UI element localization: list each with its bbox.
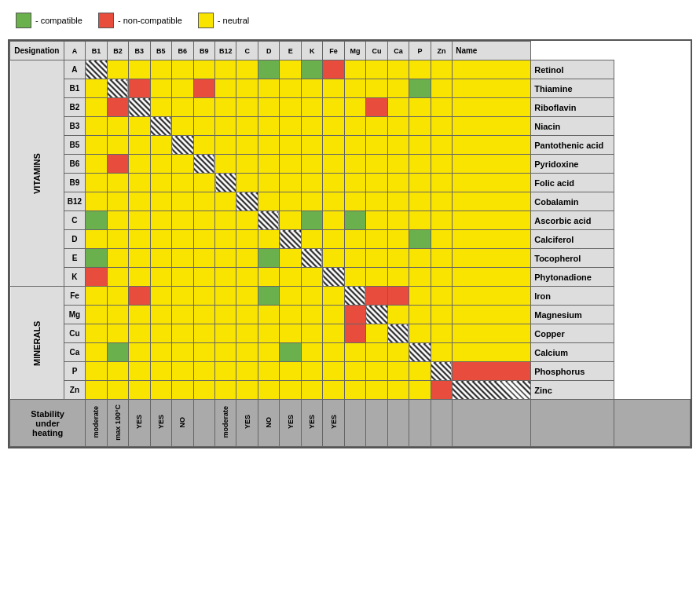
table-row: PPhosphorus [10, 362, 691, 381]
legend: - compatible - non-compatible - neutral [8, 8, 692, 33]
row-label-B5: B5 [64, 136, 85, 155]
cell-E-B3 [150, 249, 171, 268]
cell-Ca-Ca [409, 343, 431, 362]
cell-B2-Ca [409, 98, 431, 117]
cell-B6-Zn [453, 155, 531, 174]
cell-B2-B12 [236, 98, 258, 117]
row-name-A: Retinol [531, 60, 614, 79]
cell-A-B2 [129, 60, 150, 79]
table-row: B2Riboflavin [10, 98, 691, 117]
cell-Fe-Mg [366, 287, 387, 306]
row-label-Cu: Cu [64, 324, 85, 343]
cell-D-Ca [409, 230, 431, 249]
cell-B3-A [86, 117, 107, 136]
cell-B2-A [86, 98, 107, 117]
cell-A-B9 [215, 60, 236, 79]
cell-Cu-B3 [150, 324, 171, 343]
cell-C-Mg [366, 211, 387, 230]
cell-B5-B3 [150, 136, 171, 155]
cell-B2-B3 [150, 98, 171, 117]
col-header-C: C [236, 42, 258, 60]
cell-Zn-A [86, 381, 107, 400]
table-row: MINERALSFeIron [10, 287, 691, 306]
cell-B1-B3 [150, 79, 171, 98]
cell-Fe-D [280, 287, 301, 306]
cell-P-B6 [193, 362, 214, 381]
cell-B2-C [258, 98, 279, 117]
name-header: Name [453, 42, 531, 60]
cell-Ca-B12 [236, 343, 258, 362]
cell-B5-B2 [129, 136, 150, 155]
stability-cell-3: YES [150, 400, 171, 447]
cell-Mg-B6 [193, 306, 214, 324]
cell-K-P [431, 268, 452, 287]
cell-E-K [323, 249, 344, 268]
cell-P-E [301, 362, 322, 381]
cell-B5-B12 [236, 136, 258, 155]
cell-C-C [258, 211, 279, 230]
cell-B6-Fe [344, 155, 365, 174]
row-name-Ca: Calcium [531, 343, 614, 362]
col-header-Ca: Ca [387, 42, 409, 60]
cell-B6-B3 [150, 155, 171, 174]
cell-E-B12 [236, 249, 258, 268]
row-label-D: D [64, 230, 85, 249]
cell-Fe-C [258, 287, 279, 306]
col-header-A: A [64, 42, 85, 60]
row-name-E: Tocopherol [531, 249, 614, 268]
cell-B12-B1 [107, 192, 128, 211]
cell-Ca-B3 [150, 343, 171, 362]
cell-B6-Cu [387, 155, 409, 174]
cell-P-Fe [344, 362, 365, 381]
cell-K-C [258, 268, 279, 287]
cell-B1-E [301, 79, 322, 98]
cell-A-Zn [453, 60, 531, 79]
cell-P-D [280, 362, 301, 381]
cell-Cu-B9 [215, 324, 236, 343]
table-row: B12Cobalamin [10, 192, 691, 211]
cell-E-A [86, 249, 107, 268]
cell-B12-A [86, 192, 107, 211]
cell-B6-Mg [366, 155, 387, 174]
cell-B1-Mg [366, 79, 387, 98]
row-label-Fe: Fe [64, 287, 85, 306]
cell-B5-B5 [172, 136, 193, 155]
cell-P-K [323, 362, 344, 381]
cell-C-Zn [453, 211, 531, 230]
cell-Mg-Mg [366, 306, 387, 324]
cell-Ca-Zn [453, 343, 531, 362]
cell-B12-E [301, 192, 322, 211]
cell-B1-B12 [236, 79, 258, 98]
cell-E-B2 [129, 249, 150, 268]
cell-B1-K [323, 79, 344, 98]
cell-B5-B9 [215, 136, 236, 155]
table-row: B3Niacin [10, 117, 691, 136]
non-compatible-label: - non-compatible [118, 16, 182, 25]
cell-B1-Cu [387, 79, 409, 98]
stability-cell-18 [531, 400, 614, 447]
cell-A-Mg [366, 60, 387, 79]
cell-Fe-Zn [453, 287, 531, 306]
cell-B6-B9 [215, 155, 236, 174]
stability-cell-17 [453, 400, 531, 447]
cell-B6-B12 [236, 155, 258, 174]
table-row: B1Thiamine [10, 79, 691, 98]
cell-B12-C [258, 192, 279, 211]
stability-cell-15 [409, 400, 431, 447]
cell-Fe-K [323, 287, 344, 306]
cell-Cu-P [431, 324, 452, 343]
row-label-B9: B9 [64, 174, 85, 192]
stability-cell-7: YES [236, 400, 258, 447]
cell-P-B5 [172, 362, 193, 381]
cell-Mg-E [301, 306, 322, 324]
cell-C-B5 [172, 211, 193, 230]
row-name-B3: Niacin [531, 117, 614, 136]
cell-B12-B2 [129, 192, 150, 211]
cell-Cu-Zn [453, 324, 531, 343]
cell-B5-A [86, 136, 107, 155]
cell-K-E [301, 268, 322, 287]
cell-B3-Fe [344, 117, 365, 136]
cell-B12-B3 [150, 192, 171, 211]
cell-B2-Cu [387, 98, 409, 117]
cell-D-Zn [453, 230, 531, 249]
